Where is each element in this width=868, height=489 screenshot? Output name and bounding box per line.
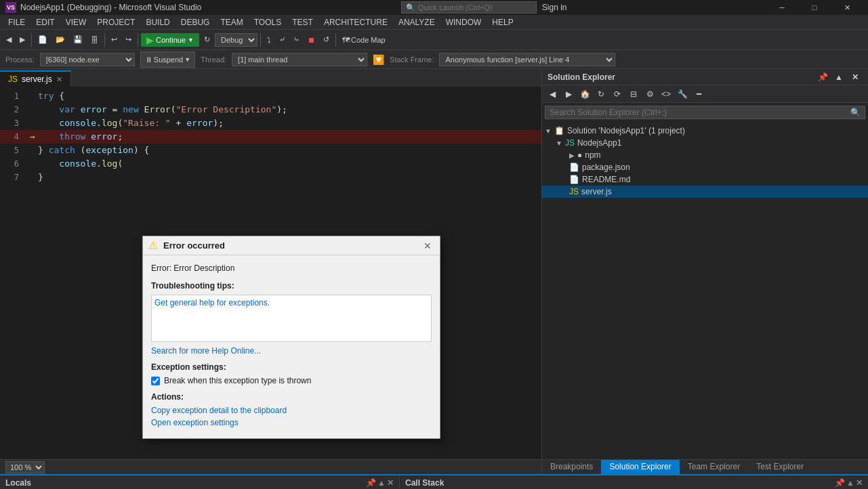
menu-debug[interactable]: DEBUG bbox=[175, 16, 215, 28]
back-btn[interactable]: ◀ bbox=[545, 87, 560, 102]
quick-launch-input[interactable] bbox=[418, 3, 526, 12]
search-icon: 🔍 bbox=[406, 3, 415, 12]
stack-frame-combo[interactable]: Anonymous function [server.js] Line 4 bbox=[439, 53, 615, 66]
project-icon: JS bbox=[565, 138, 575, 148]
properties-btn[interactable]: ⚙ bbox=[642, 87, 657, 102]
new-file-button[interactable]: 📄 bbox=[35, 32, 51, 48]
home-btn[interactable]: 🏠 bbox=[577, 87, 592, 102]
restart-button[interactable]: ↺ bbox=[320, 32, 333, 48]
continue-dropdown-arrow[interactable]: ▼ bbox=[188, 37, 194, 43]
toolbar-sep-4 bbox=[260, 33, 261, 47]
code-view-btn[interactable]: <> bbox=[659, 87, 674, 102]
copy-exception-link[interactable]: Copy exception detail to the clipboard bbox=[151, 406, 432, 415]
open-settings-link[interactable]: Open exception settings bbox=[151, 418, 432, 427]
code-map-button[interactable]: 🗺 Code Map bbox=[339, 32, 389, 48]
step-into-button[interactable]: ⤶ bbox=[276, 32, 289, 48]
refresh-btn[interactable]: ⟳ bbox=[610, 87, 625, 102]
title-notif: 🔍 Sign in bbox=[401, 1, 567, 14]
editor-tab-serverjs[interactable]: JS server.js ✕ bbox=[0, 70, 71, 87]
solution-search-input[interactable] bbox=[550, 108, 848, 117]
back-button[interactable]: ◀ bbox=[3, 32, 15, 48]
save-all-button[interactable]: 🗄 bbox=[87, 32, 102, 48]
thread-combo[interactable]: [1] main thread bbox=[232, 53, 367, 66]
stop-button[interactable]: ⏹ bbox=[304, 32, 318, 48]
troubleshooting-box[interactable]: Get general help for exceptions. bbox=[151, 295, 432, 342]
menu-architecture[interactable]: ARCHITECTURE bbox=[318, 16, 393, 28]
continue-button[interactable]: ▶ Continue ▼ bbox=[141, 33, 199, 47]
breakpoints-tab[interactable]: Breakpoints bbox=[542, 460, 601, 474]
thread-label: Thread: bbox=[201, 56, 226, 64]
solution-node[interactable]: ▼ 📋 Solution 'NodejsApp1' (1 project) bbox=[542, 125, 868, 137]
suspend-button[interactable]: ⏸ Suspend ▼ bbox=[140, 51, 195, 68]
solution-explorer-title: Solution Explorer bbox=[547, 72, 615, 82]
readme-node[interactable]: 📄 README.md bbox=[542, 173, 868, 186]
menu-file[interactable]: FILE bbox=[3, 16, 30, 28]
search-online-link[interactable]: Search for more Help Online... bbox=[151, 346, 261, 356]
sign-in-button[interactable]: Sign in bbox=[542, 3, 567, 12]
code-line-2: 2 var error = new Error("Error Descripti… bbox=[0, 103, 541, 116]
locals-expand-icon[interactable]: ▲ bbox=[377, 478, 386, 488]
zoom-select[interactable]: 100 % bbox=[5, 461, 45, 473]
sync-btn[interactable]: ↻ bbox=[594, 87, 608, 102]
serverjs-node[interactable]: JS server.js bbox=[542, 186, 868, 198]
cs-expand-icon[interactable]: ▲ bbox=[846, 478, 854, 488]
menu-edit[interactable]: EDIT bbox=[30, 16, 60, 28]
fwd-button[interactable]: ▶ bbox=[16, 32, 28, 48]
title-bar: VS NodejsApp1 (Debugging) - Microsoft Vi… bbox=[0, 0, 868, 15]
team-explorer-tab[interactable]: Team Explorer bbox=[680, 460, 748, 474]
menu-view[interactable]: VIEW bbox=[60, 16, 92, 28]
dialog-close-button[interactable]: ✕ bbox=[421, 239, 434, 253]
quick-launch[interactable]: 🔍 bbox=[401, 1, 537, 14]
warning-icon: ⚠ bbox=[148, 239, 158, 252]
npm-node[interactable]: ▶ ● npm bbox=[542, 149, 868, 161]
process-combo[interactable]: [6360] node.exe bbox=[40, 53, 135, 66]
fwd-btn[interactable]: ▶ bbox=[561, 87, 576, 102]
dialog-title-left: ⚠ Error occurred bbox=[148, 239, 225, 252]
project-node[interactable]: ▼ JS NodejsApp1 bbox=[542, 137, 868, 149]
minimize-button[interactable]: ─ bbox=[766, 0, 798, 15]
package-json-node[interactable]: 📄 package.json bbox=[542, 161, 868, 173]
debug-target-combo[interactable]: Debug bbox=[215, 33, 257, 47]
step-over-button[interactable]: ⤵ bbox=[264, 32, 274, 48]
debug-bar: Process: [6360] node.exe ⏸ Suspend ▼ Thr… bbox=[0, 50, 868, 69]
filter-btn[interactable]: ━ bbox=[691, 87, 706, 102]
cs-pin-icon[interactable]: 📌 bbox=[835, 478, 845, 488]
suspend-dropdown[interactable]: ▼ bbox=[184, 56, 190, 63]
dialog-body: Error: Error Description Troubleshooting… bbox=[143, 255, 440, 438]
menu-help[interactable]: HELP bbox=[487, 16, 518, 28]
tab-close-icon[interactable]: ✕ bbox=[56, 75, 62, 84]
close-button[interactable]: ✕ bbox=[831, 0, 863, 15]
callstack-title: Call Stack bbox=[405, 478, 444, 488]
test-explorer-tab[interactable]: Test Explorer bbox=[748, 460, 812, 474]
pin-icon[interactable]: 📌 bbox=[815, 70, 830, 85]
dialog-title: Error occurred bbox=[163, 240, 225, 251]
locals-close-icon[interactable]: ✕ bbox=[387, 478, 394, 488]
help-link[interactable]: Get general help for exceptions. bbox=[152, 295, 431, 310]
menu-analyze[interactable]: ANALYZE bbox=[393, 16, 440, 28]
maximize-panel-icon[interactable]: ▲ bbox=[831, 70, 846, 85]
step-out-button[interactable]: ⤷ bbox=[290, 32, 303, 48]
maximize-button[interactable]: □ bbox=[799, 0, 830, 15]
menu-tools[interactable]: TOOLS bbox=[249, 16, 287, 28]
solution-search-box[interactable]: 🔍 bbox=[545, 106, 865, 119]
main-toolbar: ◀ ▶ 📄 📂 💾 🗄 ↩ ↪ ▶ Continue ▼ ↻ Debug ⤵ ⤶… bbox=[0, 30, 868, 50]
menu-project[interactable]: PROJECT bbox=[91, 16, 140, 28]
undo-button[interactable]: ↩ bbox=[108, 32, 121, 48]
editor-content[interactable]: 1 try { 2 var error = new Error("Error D… bbox=[0, 87, 541, 459]
break-exception-checkbox[interactable] bbox=[151, 377, 160, 385]
locals-pin-icon[interactable]: 📌 bbox=[366, 478, 376, 488]
solution-explorer-tab[interactable]: Solution Explorer bbox=[601, 460, 679, 474]
settings-btn[interactable]: 🔧 bbox=[675, 87, 690, 102]
package-json-label: package.json bbox=[582, 163, 630, 172]
close-panel-button[interactable]: ✕ bbox=[848, 70, 863, 85]
menu-team[interactable]: TEAM bbox=[215, 16, 248, 28]
collapse-btn[interactable]: ⊟ bbox=[626, 87, 641, 102]
refresh-button[interactable]: ↻ bbox=[201, 32, 213, 48]
menu-test[interactable]: TEST bbox=[287, 16, 318, 28]
menu-window[interactable]: WINDOW bbox=[440, 16, 487, 28]
redo-button[interactable]: ↪ bbox=[122, 32, 135, 48]
save-button[interactable]: 💾 bbox=[70, 32, 86, 48]
cs-close-icon[interactable]: ✕ bbox=[856, 478, 863, 488]
menu-build[interactable]: BUILD bbox=[140, 16, 175, 28]
open-button[interactable]: 📂 bbox=[52, 32, 68, 48]
